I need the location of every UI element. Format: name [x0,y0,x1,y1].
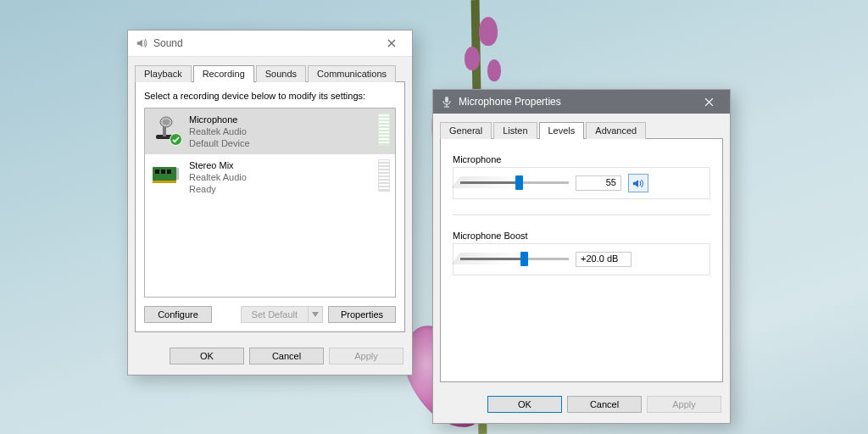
close-icon [704,97,714,107]
device-text: Microphone Realtek Audio Default Device [189,114,250,149]
recording-prompt: Select a recording device below to modif… [144,91,396,101]
microphone-icon [440,95,453,108]
tab-recording[interactable]: Recording [193,65,254,82]
speaker-icon [135,36,148,50]
device-text: Stereo Mix Realtek Audio Ready [189,159,247,195]
slider-thumb[interactable] [520,252,528,266]
device-provider: Realtek Audio [189,125,250,137]
levels-tab-page: Microphone 55 [440,138,723,382]
sound-tabs: Playback Recording Sounds Communications [128,57,412,82]
microphone-level-group: Microphone 55 [453,154,710,199]
device-microphone[interactable]: Microphone Realtek Audio Default Device [145,108,395,154]
ok-button[interactable]: OK [487,396,562,413]
svg-rect-8 [167,170,171,174]
soundcard-device-icon [150,159,181,190]
microphone-level-slider[interactable] [460,174,569,192]
tab-playback[interactable]: Playback [135,65,192,82]
device-provider: Realtek Audio [189,171,247,183]
microphone-boost-value[interactable]: +20.0 dB [576,252,632,267]
tab-sounds[interactable]: Sounds [256,65,306,82]
level-meter [378,159,390,192]
props-titlebar[interactable]: Microphone Properties [433,90,730,114]
svg-rect-9 [153,181,176,183]
device-name: Stereo Mix [189,159,247,171]
close-button[interactable] [376,34,407,53]
svg-rect-11 [445,97,448,103]
tab-listen[interactable]: Listen [493,122,537,139]
chevron-down-icon[interactable] [308,306,323,323]
microphone-level-value[interactable]: 55 [576,175,621,191]
slider-thumb[interactable] [515,175,523,190]
tab-general[interactable]: General [440,122,492,139]
wallpaper-bud [487,59,501,81]
props-title: Microphone Properties [459,96,691,108]
sound-title: Sound [153,37,376,49]
cancel-button[interactable]: Cancel [249,348,324,364]
device-stereo-mix[interactable]: Stereo Mix Realtek Audio Ready [145,154,395,200]
level-meter [378,114,390,146]
wallpaper-bud [465,47,480,70]
microphone-level-label: Microphone [453,154,710,164]
properties-button[interactable]: Properties [328,306,396,323]
divider [453,214,710,215]
microphone-properties-window: Microphone Properties General Listen Lev… [432,89,731,424]
apply-button[interactable]: Apply [329,348,403,364]
recording-device-list[interactable]: Microphone Realtek Audio Default Device [144,108,396,298]
svg-rect-10 [176,168,179,180]
close-button[interactable] [691,90,726,114]
speaker-icon [632,178,644,189]
microphone-device-icon [150,114,181,144]
tab-communications[interactable]: Communications [308,65,396,82]
svg-point-3 [163,120,170,125]
default-check-icon [170,133,182,146]
svg-rect-13 [444,107,449,108]
set-default-button[interactable]: Set Default [241,306,323,323]
svg-rect-7 [161,170,165,174]
device-status: Default Device [189,137,250,149]
device-name: Microphone [189,114,250,125]
ok-button[interactable]: OK [170,348,244,364]
microphone-boost-slider[interactable] [460,250,569,269]
device-status: Ready [189,183,247,195]
mute-button[interactable] [628,174,648,192]
sound-titlebar[interactable]: Sound [128,31,412,57]
close-icon [387,39,396,47]
tab-advanced[interactable]: Advanced [586,122,646,139]
apply-button[interactable]: Apply [647,396,721,413]
props-tabs: General Listen Levels Advanced [433,114,730,139]
microphone-boost-group: Microphone Boost +20.0 dB [453,231,710,275]
tab-levels[interactable]: Levels [539,122,585,139]
svg-rect-6 [155,170,159,174]
configure-button[interactable]: Configure [144,306,212,323]
wallpaper-bud [479,17,498,46]
sound-window: Sound Playback Recording Sounds Communic… [127,30,413,376]
cancel-button[interactable]: Cancel [567,396,642,413]
microphone-boost-label: Microphone Boost [453,231,710,241]
recording-tab-page: Select a recording device below to modif… [135,81,405,332]
